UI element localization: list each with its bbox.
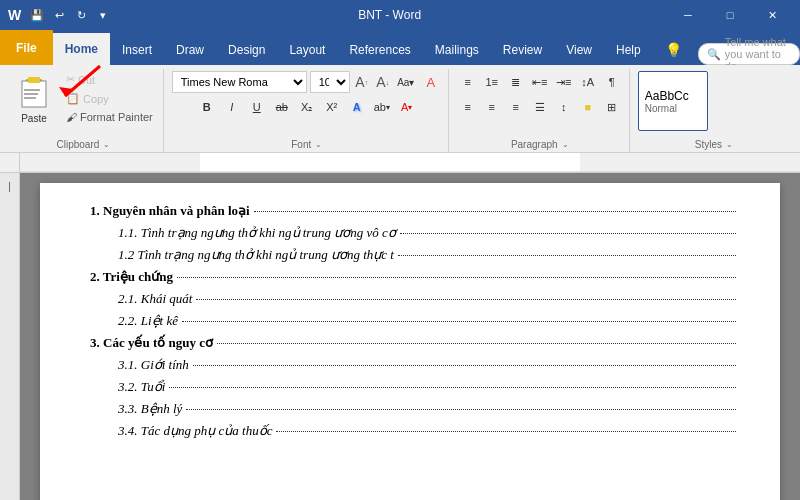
font-row1: Times New Roma 10 A↑ A↓ Aa▾ A [172,71,442,93]
toc-dots [182,321,736,322]
line-spacing-button[interactable]: ↕ [553,96,575,118]
show-formatting-button[interactable]: ¶ [601,71,623,93]
tab-home[interactable]: Home [53,33,110,65]
font-name-select[interactable]: Times New Roma [172,71,307,93]
font-expand-icon[interactable]: ⌄ [315,140,322,149]
toc-line-text: 1.1. Tình trạng ngưng thở khi ngủ trung … [90,225,396,241]
text-effect-button[interactable]: A [346,96,368,118]
tab-review[interactable]: Review [491,35,554,65]
tab-draw[interactable]: Draw [164,35,216,65]
font-color-button[interactable]: A▾ [396,96,418,118]
toc-line: 1.1. Tình trạng ngưng thở khi ngủ trung … [90,225,740,241]
tab-references[interactable]: References [337,35,422,65]
ribbon-content: Paste ✂ Cut 📋 Copy [0,65,800,153]
tab-layout[interactable]: Layout [277,35,337,65]
clipboard-group: Paste ✂ Cut 📋 Copy [4,69,164,152]
tab-view[interactable]: View [554,35,604,65]
toc-dots [186,409,736,410]
subscript-button[interactable]: X₂ [296,96,318,118]
multilevel-button[interactable]: ≣ [505,71,527,93]
underline-button[interactable]: U [246,96,268,118]
clear-formatting-button[interactable]: A [420,71,442,93]
clipboard-content: Paste ✂ Cut 📋 Copy [10,71,157,137]
bullets-button[interactable]: ≡ [457,71,479,93]
toc-dots [254,211,736,212]
sort-button[interactable]: ↕A [577,71,599,93]
font-size-decrease-button[interactable]: A↓ [374,71,392,93]
shading-button[interactable]: ■ [577,96,599,118]
tab-lightbulb[interactable]: 💡 [653,35,694,65]
paragraph-expand-icon[interactable]: ⌄ [562,140,569,149]
tab-file[interactable]: File [0,30,53,65]
title-bar-left: W 💾 ↩ ↻ ▾ [8,7,111,23]
more-icon[interactable]: ▾ [95,7,111,23]
redo-icon[interactable]: ↻ [73,7,89,23]
align-right-button[interactable]: ≡ [505,96,527,118]
styles-expand-icon[interactable]: ⌄ [726,140,733,149]
borders-button[interactable]: ⊞ [601,96,623,118]
toc-line: 3.3. Bệnh lý [90,401,740,417]
maximize-button[interactable]: □ [710,0,750,30]
increase-indent-button[interactable]: ⇥≡ [553,71,575,93]
clipboard-small-buttons: ✂ Cut 📋 Copy 🖌 Format Painter [62,71,157,125]
clipboard-expand-icon[interactable]: ⌄ [103,140,110,149]
font-size-increase-button[interactable]: A↑ [353,71,371,93]
save-icon[interactable]: 💾 [29,7,45,23]
ribbon-tabs-bar: File Home Insert Draw Design Layout Refe… [0,30,800,65]
paragraph-group: ≡ 1≡ ≣ ⇤≡ ⇥≡ ↕A ¶ ≡ ≡ ≡ ☰ ↕ ■ ⊞ [451,69,630,152]
paste-button[interactable]: Paste [10,71,58,127]
toc-line-text: 3.2. Tuổi [90,379,165,395]
superscript-button[interactable]: X² [321,96,343,118]
cut-icon: ✂ [66,73,75,86]
align-left-button[interactable]: ≡ [457,96,479,118]
strikethrough-button[interactable]: ab [271,96,293,118]
svg-rect-2 [24,89,40,91]
tab-insert[interactable]: Insert [110,35,164,65]
change-case-button[interactable]: Aa▾ [395,71,417,93]
document-scroll[interactable]: 1. Nguyên nhân và phân loại1.1. Tình trạ… [20,173,800,500]
paste-icon [18,75,50,111]
word-logo-icon: W [8,7,21,23]
toc-dots [276,431,736,432]
highlight-icon: ab [374,101,386,113]
text-highlight-button[interactable]: ab▾ [371,96,393,118]
svg-rect-5 [28,77,40,83]
document-area: | 1. Nguyên nhân và phân loại1.1. Tình t… [0,173,800,500]
left-sidebar: | [0,173,20,500]
tab-mailings[interactable]: Mailings [423,35,491,65]
title-bar: W 💾 ↩ ↻ ▾ BNT - Word ─ □ ✕ [0,0,800,30]
font-content: Times New Roma 10 A↑ A↓ Aa▾ A B I U ab X… [172,71,442,137]
copy-button[interactable]: 📋 Copy [62,90,157,107]
toc-line-text: 1.2 Tình trạng ngưng thở khi ngủ trung ư… [90,247,394,263]
bold-button[interactable]: B [196,96,218,118]
style-normal[interactable]: AaBbCc Normal [638,71,708,131]
cut-button[interactable]: ✂ Cut [62,71,157,88]
decrease-indent-button[interactable]: ⇤≡ [529,71,551,93]
paragraph-group-label: Paragraph ⌄ [457,137,623,152]
align-center-button[interactable]: ≡ [481,96,503,118]
font-size-select[interactable]: 10 [310,71,350,93]
minimize-button[interactable]: ─ [668,0,708,30]
justify-button[interactable]: ☰ [529,96,551,118]
toc-dots [193,365,736,366]
toc-dots [177,277,736,278]
tell-me-input[interactable]: 🔍 Tell me what you want to do... [698,43,800,65]
close-button[interactable]: ✕ [752,0,792,30]
undo-icon[interactable]: ↩ [51,7,67,23]
tab-design[interactable]: Design [216,35,277,65]
toc-line-text: 3.4. Tác dụng phụ của thuốc [90,423,272,439]
ruler-corner [0,153,20,172]
toc-line: 2.1. Khái quát [90,291,740,307]
tab-help[interactable]: Help [604,35,653,65]
toc-line-text: 2.2. Liệt kê [90,313,178,329]
quick-access-toolbar: 💾 ↩ ↻ ▾ [29,7,111,23]
toc-line: 3. Các yếu tố nguy cơ [90,335,740,351]
format-painter-button[interactable]: 🖌 Format Painter [62,109,157,125]
toc-line-text: 3. Các yếu tố nguy cơ [90,335,213,351]
styles-content: AaBbCc Normal [638,71,790,137]
paste-label: Paste [21,113,47,124]
toc-line-text: 2. Triệu chứng [90,269,173,285]
italic-button[interactable]: I [221,96,243,118]
toc-line: 1. Nguyên nhân và phân loại [90,203,740,219]
numbering-button[interactable]: 1≡ [481,71,503,93]
